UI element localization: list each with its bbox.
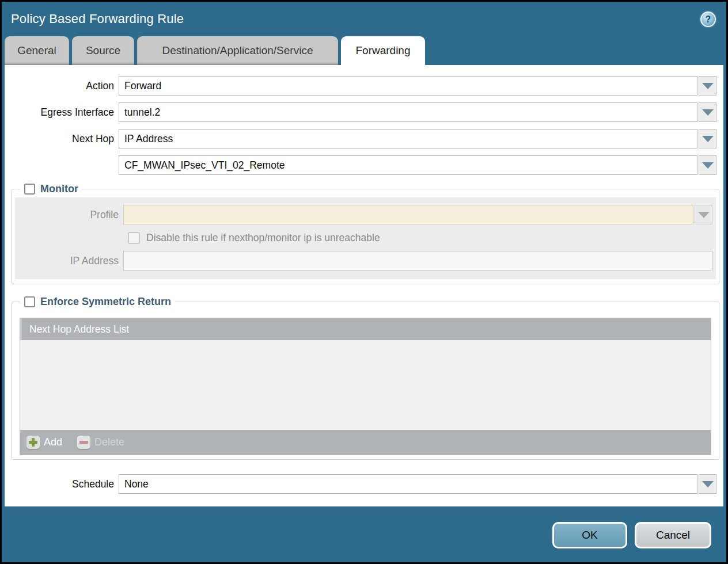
chevron-down-icon [698,212,710,218]
delete-button-label: Delete [94,436,124,448]
tab-label: Destination/Application/Service [162,44,313,57]
tab-forwarding[interactable]: Forwarding [341,36,425,65]
plus-icon [26,436,40,449]
monitor-fieldset: Monitor Profile Disable this rule if nex… [12,183,719,284]
monitor-ip-row: IP Address [15,251,712,270]
symmetric-return-fieldset: Enforce Symmetric Return Next Hop Addres… [12,296,719,460]
tab-content-forwarding: Action Forward Egress Interface tunnel.2… [5,65,723,506]
next-hop-address-row: CF_MWAN_IPsec_VTI_02_Remote [5,155,716,175]
ok-button-label: OK [582,529,597,542]
action-value: Forward [124,80,161,92]
tab-destination-application-service[interactable]: Destination/Application/Service [137,36,338,65]
add-button[interactable]: Add [26,436,62,449]
action-row: Action Forward [5,76,716,96]
egress-interface-select[interactable]: tunnel.2 [119,102,697,122]
next-hop-address-value: CF_MWAN_IPsec_VTI_02_Remote [124,159,285,172]
tab-bar: General Source Destination/Application/S… [5,36,726,65]
disable-rule-checkbox [128,232,140,244]
monitor-ip-label: IP Address [15,255,123,267]
disable-rule-label: Disable this rule if nexthop/monitor ip … [146,232,380,244]
action-label: Action [5,80,119,92]
cancel-button-label: Cancel [656,529,690,542]
symmetric-return-title: Enforce Symmetric Return [40,296,171,308]
next-hop-type-value: IP Address [124,133,173,145]
schedule-dropdown-button[interactable] [699,474,716,494]
profile-select [123,205,693,224]
profile-label: Profile [15,209,123,221]
cancel-button[interactable]: Cancel [635,522,711,548]
action-select[interactable]: Forward [119,76,697,96]
egress-interface-dropdown-button[interactable] [699,102,716,122]
symmetric-return-checkbox[interactable] [24,296,35,307]
schedule-select[interactable]: None [119,474,697,494]
dialog-footer: OK Cancel [2,506,726,562]
next-hop-row: Next Hop IP Address [5,129,716,148]
column-header: Next Hop Address List [29,323,129,336]
chevron-down-icon [702,481,714,487]
help-icon[interactable]: ? [700,12,716,27]
next-hop-address-dropdown-button[interactable] [699,155,716,175]
chevron-down-icon [702,162,714,169]
chevron-down-icon [702,136,714,142]
next-hop-address-select[interactable]: CF_MWAN_IPsec_VTI_02_Remote [119,155,697,175]
minus-icon [77,436,90,449]
profile-dropdown-button [695,205,712,224]
action-dropdown-button[interactable] [699,76,716,96]
ok-button[interactable]: OK [552,522,627,548]
schedule-value: None [124,478,149,490]
monitor-title: Monitor [40,183,78,195]
tab-label: Forwarding [355,44,410,57]
monitor-checkbox[interactable] [24,184,35,195]
monitor-ip-input [123,251,712,270]
dialog-titlebar: Policy Based Forwarding Rule ? [2,2,726,36]
profile-row: Profile [15,205,712,224]
egress-interface-row: Egress Interface tunnel.2 [5,102,716,122]
help-glyph: ? [706,14,711,25]
next-hop-label: Next Hop [5,133,119,145]
schedule-row: Schedule None [5,474,716,494]
next-hop-type-select[interactable]: IP Address [119,129,697,148]
disable-rule-row: Disable this rule if nexthop/monitor ip … [128,232,712,244]
next-hop-dropdown-button[interactable] [699,129,716,148]
egress-interface-label: Egress Interface [5,106,119,119]
next-hop-address-list-header: Next Hop Address List [20,318,711,340]
tab-general[interactable]: General [5,36,69,65]
next-hop-address-table-body[interactable] [20,340,711,430]
next-hop-address-table: Next Hop Address List Add Delete [20,318,711,455]
monitor-disabled-panel: Profile Disable this rule if nexthop/mon… [15,197,716,279]
add-button-label: Add [44,436,62,448]
dialog-title: Policy Based Forwarding Rule [11,12,184,26]
egress-interface-value: tunnel.2 [124,106,160,119]
chevron-down-icon [702,83,714,89]
tab-label: Source [86,44,120,57]
monitor-legend: Monitor [20,183,82,195]
schedule-label: Schedule [5,478,119,490]
next-hop-address-table-toolbar: Add Delete [20,430,711,455]
delete-button: Delete [77,436,124,449]
tab-label: General [17,44,56,57]
symmetric-return-legend: Enforce Symmetric Return [20,296,175,308]
chevron-down-icon [702,109,714,116]
tab-source[interactable]: Source [72,36,134,65]
pbf-rule-dialog: Policy Based Forwarding Rule ? General S… [2,2,726,562]
